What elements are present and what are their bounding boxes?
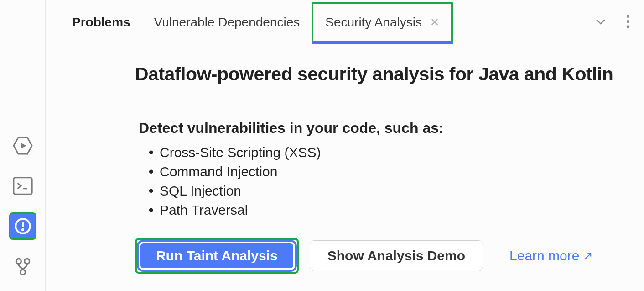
svg-point-8 (24, 259, 29, 264)
tab-problems[interactable]: Problems (60, 0, 142, 45)
close-icon[interactable]: ✕ (430, 16, 439, 29)
tab-security-analysis[interactable]: Security Analysis ✕ (312, 2, 453, 43)
version-control-icon[interactable] (9, 253, 36, 280)
list-item: Command Injection (149, 164, 617, 180)
svg-point-11 (627, 20, 629, 23)
svg-point-6 (22, 229, 23, 230)
problems-icon[interactable] (9, 212, 36, 240)
action-row: Run Taint Analysis Show Analysis Demo Le… (135, 238, 617, 274)
svg-point-12 (627, 25, 629, 28)
list-item: SQL Injection (149, 183, 617, 199)
section-subtitle: Detect vulnerabilities in your code, suc… (139, 120, 617, 137)
problems-panel: Problems Vulnerable Dependencies Securit… (46, 0, 644, 291)
svg-point-7 (16, 259, 21, 264)
terminal-icon[interactable] (9, 172, 36, 200)
tool-window-sidebar (0, 0, 46, 291)
list-item: Path Traversal (149, 202, 617, 218)
more-vertical-icon[interactable] (626, 14, 630, 31)
run-taint-analysis-highlight: Run Taint Analysis (135, 238, 299, 274)
tab-label: Problems (72, 15, 130, 30)
tab-bar: Problems Vulnerable Dependencies Securit… (46, 0, 644, 45)
show-analysis-demo-button[interactable]: Show Analysis Demo (310, 240, 483, 271)
svg-rect-2 (13, 178, 31, 194)
vulnerability-list: Cross-Site Scripting (XSS) Command Injec… (149, 145, 617, 218)
run-taint-analysis-button[interactable]: Run Taint Analysis (139, 242, 295, 270)
security-analysis-pane: Dataflow-powered security analysis for J… (46, 45, 644, 274)
page-title: Dataflow-powered security analysis for J… (135, 63, 617, 85)
svg-point-9 (20, 270, 25, 275)
external-link-icon: ↗ (583, 249, 593, 263)
list-item: Cross-Site Scripting (XSS) (149, 145, 617, 160)
tab-vulnerable-dependencies[interactable]: Vulnerable Dependencies (142, 0, 312, 45)
svg-point-10 (627, 15, 629, 18)
tab-bar-actions (594, 14, 644, 31)
svg-marker-1 (21, 143, 26, 148)
learn-more-link[interactable]: Learn more ↗ (509, 248, 593, 264)
chevron-down-icon[interactable] (594, 15, 608, 30)
services-icon[interactable] (9, 132, 36, 159)
tab-label: Security Analysis (325, 15, 422, 30)
tab-label: Vulnerable Dependencies (154, 15, 300, 30)
link-label: Learn more (509, 248, 579, 264)
